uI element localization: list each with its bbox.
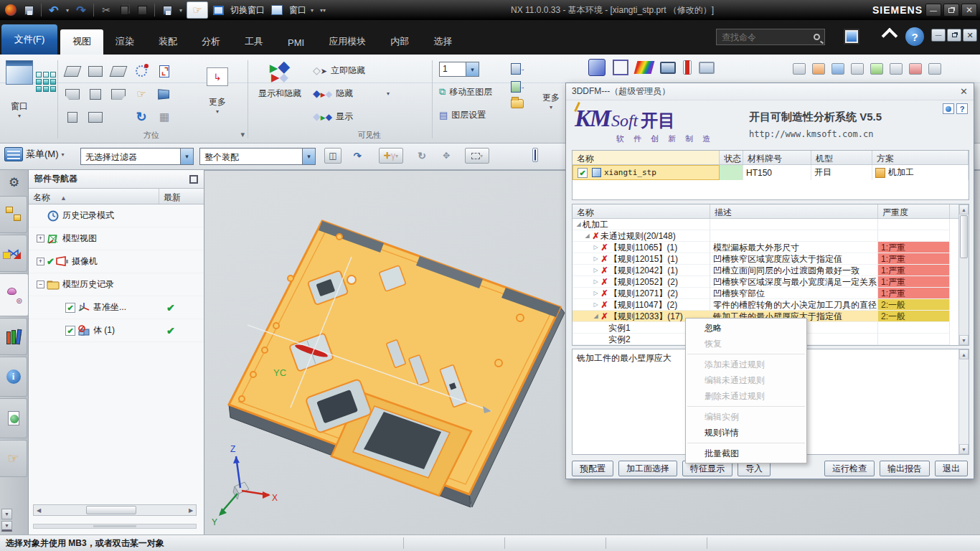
resource-scroll-down[interactable]: ▼ [1,509,12,519]
extra-icon-1[interactable] [793,63,806,75]
navigator-row[interactable]: +✔摄像机 [29,250,204,273]
view-right-icon[interactable] [87,109,104,125]
extra-icon-7[interactable] [909,63,922,75]
collapse-icon[interactable]: − [37,281,44,288]
layer-folder-icon[interactable] [511,99,524,108]
rule-expander-icon[interactable]: ▷ [592,300,600,310]
paste-button[interactable] [134,2,150,18]
tab-file[interactable]: 文件(F) [1,24,57,55]
window-gallery-dropdown[interactable]: ▾ [18,113,21,119]
expand-icon[interactable]: + [37,258,44,265]
navigator-row[interactable]: +模型视图 [29,227,204,250]
measure-icon[interactable]: ✥ [438,148,455,164]
hide-gallery-arrow[interactable]: ▾ [387,90,390,97]
qat-overflow-arrow[interactable]: ▾▾ [320,7,326,14]
menu-item-规则详情[interactable]: 规则详情 [686,425,806,441]
detail-vscrollbar[interactable]: ▲ ▼ [958,349,969,454]
extra-icon-4[interactable] [851,63,864,75]
sidebar-item-internet-explorer[interactable]: i [0,357,27,397]
snap-point-button[interactable]: ✛γ▾ [379,148,403,164]
show-button[interactable]: ◆▶◆ 显示 [313,108,353,125]
rule-expander-icon[interactable]: ◢ [592,311,600,321]
layer-settings-button[interactable]: ▤ 图层设置 [439,106,486,123]
extra-icon-8[interactable] [928,63,941,75]
window-dropdown-arrow[interactable]: ▾ [311,7,314,14]
rule-scroll-thumb[interactable] [960,215,968,258]
true-shading-icon[interactable] [660,62,676,74]
view-isometric-icon[interactable] [110,63,127,79]
part-col-1[interactable]: 名称 [573,151,720,164]
sidebar-item-touch[interactable]: ☞ [0,440,27,477]
close-button[interactable]: ✕ [961,4,977,17]
dfm-button-加工面选择[interactable]: 加工面选择 [618,461,677,476]
orientation-dialog-launcher[interactable]: ▾ [240,130,245,139]
rule-row[interactable]: ▷✗【规则12071】(2)凹槽狭窄部位1:严重 [573,288,969,299]
rule-expander-icon[interactable]: ◢ [575,220,583,230]
selection-scope-arrow[interactable]: ▾ [302,149,315,164]
detail-scroll-up-icon[interactable]: ▲ [959,349,969,359]
dfm-button-预配置[interactable]: 预配置 [572,461,613,476]
command-search[interactable] [716,29,825,45]
part-table-row[interactable]: ✔ xiangti_stp HT150 开目 机加工 [573,165,969,180]
shaded-view-icon[interactable] [588,59,606,76]
undo-dropdown[interactable]: ▾ [64,2,71,18]
view-left-icon[interactable] [87,86,104,102]
ribbon-tab-装配[interactable]: 装配 [146,29,189,55]
undo-button[interactable]: ↶ [46,2,62,18]
touch-mode-button[interactable]: ☞ [187,1,208,19]
ribbon-tab-应用模块[interactable]: 应用模块 [316,29,378,55]
save-dropdown[interactable]: ▾ [177,2,184,18]
navigator-row[interactable]: 历史记录模式 [29,204,204,227]
move-to-layer-button[interactable]: ⧉ 移动至图层 [439,83,492,100]
column-name[interactable]: 名称▲ [29,189,159,204]
section-view-icon[interactable]: ▦ [156,109,173,125]
window-label[interactable]: 窗口 [289,4,306,17]
navigator-splitter[interactable] [33,524,197,529]
extra-icon-6[interactable] [890,63,903,75]
orientation-more-button[interactable]: ↳ 更多 ▾ [207,67,228,115]
part-checkbox[interactable]: ✔ [578,168,588,178]
scroll-left-icon[interactable]: ◀ [34,507,44,514]
rule-col-severity[interactable]: 严重度 [878,204,950,218]
view-bottom-icon[interactable] [64,109,81,125]
rule-row[interactable]: ▷✗【规则12052】(2)凹槽狭窄区域深度与最小宽度满足一定关系1:严重 [573,276,969,288]
rule-row[interactable]: ◢机加工 [573,219,969,230]
ribbon-tab-工具[interactable]: 工具 [232,29,275,55]
rule-expander-icon[interactable]: ▷ [592,254,600,264]
ribbon-tab-内部[interactable]: 内部 [378,29,421,55]
sidebar-item-reuse-library[interactable] [0,318,27,355]
expand-icon[interactable]: + [37,235,44,242]
rule-expander-icon[interactable]: ▷ [592,265,600,276]
copy-button[interactable] [116,2,132,18]
derived-curves-icon[interactable]: ↷ [349,148,366,164]
switch-window-label[interactable]: 切换窗口 [230,4,265,17]
row-checkbox[interactable]: ✔ [65,326,75,336]
sidebar-item-constraint-navigator[interactable]: ⋈ [0,235,27,272]
render-style-icon[interactable] [699,62,715,74]
dfm-pin-button[interactable] [943,103,954,114]
rule-expander-icon[interactable]: ▷ [592,242,600,253]
rotate-view-icon[interactable]: ↻ [133,109,150,125]
fit-view-icon[interactable]: ⌞⌝ [156,63,173,79]
view-front-icon[interactable] [64,86,81,102]
layer-visible-in-view-icon[interactable] [511,63,521,75]
sidebar-item-history[interactable] [0,398,27,438]
column-latest[interactable]: 最新 [159,189,204,204]
resource-scroll-end[interactable]: ▼ [1,521,12,532]
view-back-icon[interactable] [110,86,127,102]
doc-close-button[interactable]: ✕ [963,29,977,42]
face-edges-button[interactable] [683,60,692,75]
doc-restore-button[interactable] [947,29,961,42]
layer-category-icon[interactable] [511,81,521,93]
rule-col-name[interactable]: 名称 [573,204,710,218]
wireframe-view-icon[interactable] [613,60,628,75]
help-button[interactable]: ? [905,27,924,46]
ribbon-tab-视图[interactable]: 视图 [60,29,103,55]
cut-button[interactable]: ✂ [98,2,114,18]
hide-immediately-button[interactable]: ◇➤ 立即隐藏 [313,62,365,79]
selection-scope-combo[interactable]: 整个装配 ▾ [199,148,316,165]
row-checkbox[interactable]: ✔ [65,303,75,313]
dfm-help-button[interactable]: ? [956,103,968,114]
minimize-ribbon-button[interactable] [882,28,898,44]
extra-icon-5[interactable] [870,63,883,75]
